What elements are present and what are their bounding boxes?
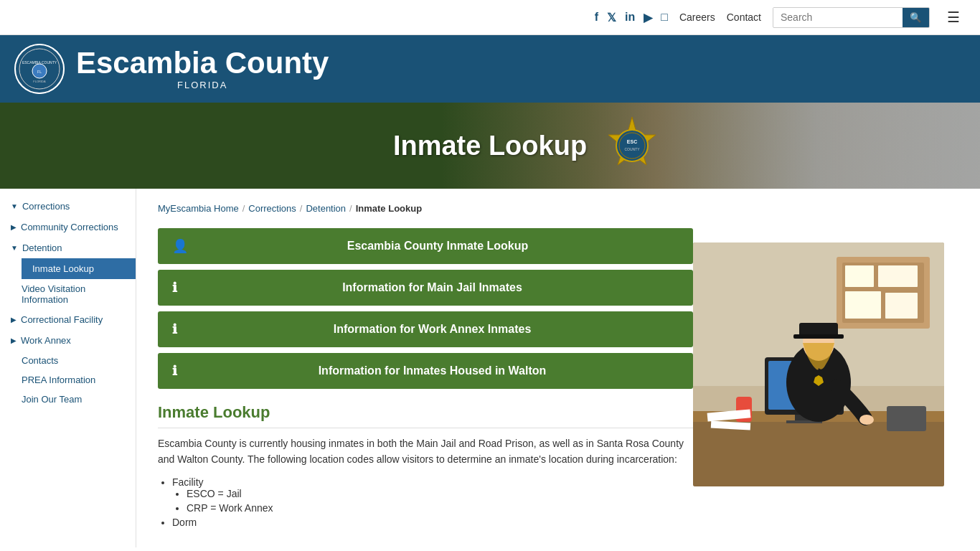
site-subtitle: FLORIDA xyxy=(76,80,329,90)
search-bar: 🔍 xyxy=(773,7,930,28)
sidebar: ▼ Corrections ▶ Community Corrections ▼ … xyxy=(0,189,136,547)
facility-sub-list: ESCO = Jail CRP = Work Annex xyxy=(172,488,693,514)
section-title: Inmate Lookup xyxy=(158,403,693,428)
walton-button[interactable]: ℹ Information for Inmates Housed in Walt… xyxy=(158,353,693,389)
logo: ESCAMBIA COUNTY FL FLORIDA xyxy=(14,44,65,94)
svg-rect-18 xyxy=(885,293,918,319)
linkedin-icon[interactable]: in xyxy=(625,11,635,24)
svg-text:COUNTY: COUNTY xyxy=(624,147,640,151)
content-columns: 👤 Escambia County Inmate Lookup ℹ Inform… xyxy=(158,228,958,531)
breadcrumb-current: Inmate Lookup xyxy=(356,203,422,214)
search-button[interactable]: 🔍 xyxy=(903,8,929,27)
arrow-right-icon-3: ▶ xyxy=(11,336,17,344)
top-bar: f 𝕏 in ▶ □ Careers Contact 🔍 ☰ xyxy=(0,0,980,35)
arrow-down-icon-2: ▼ xyxy=(11,244,18,252)
sidebar-item-correctional-facility[interactable]: ▶ Correctional Facility xyxy=(0,309,136,330)
btn-work-annex-text: Information for Work Annex Inmates xyxy=(186,323,679,336)
svg-rect-17 xyxy=(845,291,881,319)
content-area: MyEscambia Home / Corrections / Detentio… xyxy=(136,189,980,547)
breadcrumb-home[interactable]: MyEscambia Home xyxy=(158,203,239,214)
site-header: ESCAMBIA COUNTY FL FLORIDA Escambia Coun… xyxy=(0,35,980,103)
officer-scene-svg xyxy=(693,242,944,486)
sidebar-label-work-annex: Work Annex xyxy=(21,335,71,346)
svg-point-8 xyxy=(619,133,645,159)
breadcrumb-detention[interactable]: Detention xyxy=(306,203,346,214)
facility-crp: CRP = Work Annex xyxy=(187,502,693,514)
info-icon-1: ℹ xyxy=(172,280,177,296)
sidebar-sub-detention: Inmate Lookup Video Visitation Informati… xyxy=(0,258,136,309)
arrow-right-icon: ▶ xyxy=(11,223,17,231)
twitter-icon[interactable]: 𝕏 xyxy=(607,11,616,24)
sidebar-item-corrections[interactable]: ▼ Corrections xyxy=(0,196,136,217)
svg-point-30 xyxy=(859,415,874,425)
instagram-icon[interactable]: □ xyxy=(661,11,668,24)
section-body: Escambia County is currently housing inm… xyxy=(158,435,693,468)
sidebar-label-community: Community Corrections xyxy=(21,222,118,232)
sidebar-item-detention[interactable]: ▼ Detention xyxy=(0,237,136,258)
social-icons: f 𝕏 in ▶ □ xyxy=(595,11,668,24)
sidebar-label-video: Video Visitation Information xyxy=(22,283,85,305)
dorm-item: Dorm xyxy=(172,517,693,528)
facility-list: Facility ESCO = Jail CRP = Work Annex Do… xyxy=(158,476,693,528)
sidebar-label-correctional: Correctional Facility xyxy=(21,314,103,325)
logo-svg: ESCAMBIA COUNTY FL FLORIDA xyxy=(14,44,65,94)
hero-title: Inmate Lookup xyxy=(393,131,587,161)
breadcrumb-corrections[interactable]: Corrections xyxy=(248,203,296,214)
arrow-right-icon-2: ▶ xyxy=(11,316,17,324)
facebook-icon[interactable]: f xyxy=(595,11,598,24)
facility-item: Facility ESCO = Jail CRP = Work Annex xyxy=(172,476,693,514)
youtube-icon[interactable]: ▶ xyxy=(644,11,652,24)
svg-rect-16 xyxy=(878,265,918,287)
left-content: 👤 Escambia County Inmate Lookup ℹ Inform… xyxy=(158,228,693,531)
top-links: Careers Contact xyxy=(679,11,761,23)
right-panel xyxy=(693,228,958,531)
sidebar-item-video-visitation[interactable]: Video Visitation Information xyxy=(22,279,136,309)
main-content: ▼ Corrections ▶ Community Corrections ▼ … xyxy=(0,189,980,547)
facility-esco: ESCO = Jail xyxy=(187,488,693,499)
site-name: Escambia County xyxy=(76,48,329,78)
site-title: Escambia County FLORIDA xyxy=(76,48,329,90)
sidebar-item-contacts[interactable]: Contacts xyxy=(22,351,136,370)
svg-rect-28 xyxy=(793,334,844,339)
svg-text:FLORIDA: FLORIDA xyxy=(33,80,46,83)
svg-rect-15 xyxy=(845,265,874,287)
search-icon: 🔍 xyxy=(910,12,922,23)
arrow-down-icon: ▼ xyxy=(11,202,18,210)
contact-link[interactable]: Contact xyxy=(727,11,761,23)
btn-main-jail-text: Information for Main Jail Inmates xyxy=(186,281,679,294)
info-icon-3: ℹ xyxy=(172,363,177,379)
btn-walton-text: Information for Inmates Housed in Walton xyxy=(186,364,679,377)
sidebar-item-join[interactable]: Join Our Team xyxy=(22,390,136,409)
svg-rect-34 xyxy=(887,406,926,431)
sheriff-badge: ESC COUNTY xyxy=(600,113,664,178)
svg-text:ESC: ESC xyxy=(627,139,637,144)
sidebar-label-corrections: Corrections xyxy=(22,201,70,212)
btn-lookup-text: Escambia County Inmate Lookup xyxy=(197,240,679,253)
careers-link[interactable]: Careers xyxy=(679,11,715,23)
search-input[interactable] xyxy=(773,8,903,27)
sidebar-links: Contacts PREA Information Join Our Team xyxy=(0,351,136,409)
work-annex-button[interactable]: ℹ Information for Work Annex Inmates xyxy=(158,311,693,347)
sidebar-item-community-corrections[interactable]: ▶ Community Corrections xyxy=(0,217,136,237)
info-icon-2: ℹ xyxy=(172,321,177,337)
hamburger-menu[interactable]: ☰ xyxy=(941,6,966,29)
sidebar-label-detention: Detention xyxy=(22,242,62,253)
svg-text:FL: FL xyxy=(37,70,42,74)
person-icon: 👤 xyxy=(172,238,188,254)
sidebar-item-prea[interactable]: PREA Information xyxy=(22,370,136,390)
hero-banner: ESC COUNTY Inmate Lookup xyxy=(0,103,980,189)
main-jail-button[interactable]: ℹ Information for Main Jail Inmates xyxy=(158,270,693,306)
officer-photo xyxy=(693,242,944,486)
breadcrumb: MyEscambia Home / Corrections / Detentio… xyxy=(158,203,958,214)
sidebar-label-inmate-lookup: Inmate Lookup xyxy=(32,263,94,274)
sidebar-item-work-annex[interactable]: ▶ Work Annex xyxy=(0,330,136,351)
inmate-lookup-button[interactable]: 👤 Escambia County Inmate Lookup xyxy=(158,228,693,264)
sidebar-item-inmate-lookup[interactable]: Inmate Lookup xyxy=(22,258,136,279)
